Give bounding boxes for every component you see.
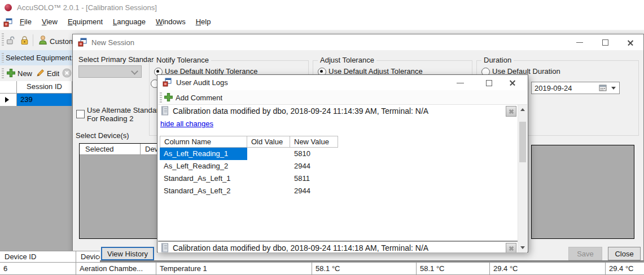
session-id-header[interactable]: Session ID [17, 81, 72, 94]
old-value-cell [247, 172, 290, 185]
audit-content: Calibration data modified by dbo, 2018-0… [158, 105, 518, 252]
column-name-cell: As_Left_Reading_2 [160, 160, 247, 172]
column-name-cell: As_Left_Reading_1 [160, 148, 247, 160]
new-value-cell: 5811 [290, 172, 338, 185]
main-menubar: File View Equipment Language Windows Hel… [0, 15, 644, 30]
edit-button[interactable]: Edit [47, 69, 59, 78]
lock-icon[interactable] [20, 36, 29, 47]
session-row-marker [0, 94, 17, 106]
session-grid-empty-area [0, 106, 72, 251]
scroll-down-icon[interactable] [520, 246, 525, 249]
selected-equipment-label: Selected Equipment: [6, 54, 73, 62]
add-comment-plus-icon [164, 92, 173, 104]
menu-file-key: F [20, 17, 24, 26]
session-row-id-cell[interactable]: 239 [17, 94, 72, 106]
session-grid: Session ID 239 [0, 81, 72, 106]
delete-x-icon [506, 107, 516, 116]
column-name-header[interactable]: Column Name [160, 136, 247, 148]
select-devices-label: Select Device(s) [76, 131, 129, 140]
menu-windows-rest: indows [163, 17, 185, 26]
session-grid-marker-header [0, 81, 17, 94]
calendar-icon [599, 84, 607, 94]
new-value-cell: 2944 [290, 185, 338, 197]
primary-standard-combobox[interactable] [78, 65, 142, 78]
date-picker-dropdown-icon[interactable] [611, 87, 616, 90]
new-value-cell: 5810 [290, 148, 338, 160]
hide-all-changes-link[interactable]: hide all changes [160, 119, 213, 128]
user-audit-logs-dialog: User Audit Logs Add Comment Calibration … [157, 74, 528, 252]
menu-language[interactable]: Language [108, 17, 151, 26]
session-toolbar-grip [2, 68, 4, 78]
old-value-header[interactable]: Old Value [247, 136, 290, 148]
close-button[interactable] [509, 79, 516, 87]
new-value-header[interactable]: New Value [290, 136, 338, 148]
close-button[interactable] [627, 39, 634, 47]
new-value-cell: 2944 [290, 160, 338, 172]
audit-change-table: Column Name Old Value New Value As_Left_… [160, 136, 338, 197]
menu-view-rest: iew [46, 17, 58, 26]
minimize-button[interactable] [457, 83, 464, 83]
column-name-cell: Standard_As_Left_1 [160, 172, 247, 185]
reading4-cell: 29.4 °C [606, 263, 644, 274]
save-button[interactable]: Save [568, 247, 602, 260]
menu-equipment[interactable]: Equipment [63, 17, 108, 26]
chevron-down-icon [131, 68, 138, 75]
minimize-button[interactable] [576, 42, 583, 43]
device-name-header[interactable]: Device [76, 251, 100, 262]
view-history-button[interactable]: View History [101, 247, 154, 260]
menu-windows-key: W [156, 17, 163, 26]
duration-date-picker[interactable]: 2019-09-24 [531, 82, 620, 94]
edit-pencil-icon [36, 68, 45, 79]
scrollbar-thumb[interactable] [519, 122, 526, 162]
unlock-icon[interactable] [6, 36, 16, 47]
selected-column-header[interactable]: Selected [80, 144, 141, 155]
new-session-titlebar: New Session [73, 34, 643, 50]
customer-icon [38, 35, 48, 47]
menu-file-rest: ile [24, 17, 32, 26]
primary-standard-label: Select Primary Standard [78, 55, 158, 64]
table-row[interactable]: Standard_As_Left_2 2944 [160, 185, 338, 197]
device-name-cell: Aeration Chambe... [76, 263, 156, 274]
device-table-row[interactable]: 6 Aeration Chambe... Temperature 1 58.1 … [0, 262, 644, 275]
audit-title: User Audit Logs [176, 78, 228, 87]
audit-entry-text: Calibration data modified by dbo, 2018-0… [173, 243, 428, 252]
menu-items: File View Equipment Language Windows Hel… [15, 17, 216, 26]
adjust-tolerance-label: Adjust Tolerance [318, 56, 376, 64]
equipment-bar-grip [2, 53, 4, 63]
table-row[interactable]: As_Left_Reading_2 2944 [160, 160, 338, 172]
menu-help-rest: elp [201, 17, 211, 26]
menu-file[interactable]: File [15, 17, 37, 26]
new-session-title: New Session [91, 38, 134, 47]
menu-help[interactable]: Help [191, 17, 216, 26]
maximize-button[interactable] [486, 80, 492, 86]
app-logo-icon [5, 4, 12, 11]
row-marker-icon [5, 97, 9, 103]
date-picker-value: 2019-09-24 [535, 84, 572, 92]
delete-entry-button[interactable] [506, 106, 516, 117]
alternate-standard-checkbox[interactable] [76, 110, 85, 118]
menu-help-key: H [196, 17, 201, 26]
column-name-cell: Standard_As_Left_2 [160, 185, 247, 197]
old-value-cell [247, 185, 290, 197]
log-entry-icon [160, 243, 169, 252]
table-row[interactable]: As_Left_Reading_1 5810 [160, 148, 338, 160]
delete-entry-button[interactable] [506, 243, 516, 252]
menu-view[interactable]: View [37, 17, 63, 26]
delete-session-icon[interactable] [62, 68, 72, 79]
menu-equipment-rest: quipment [73, 17, 103, 26]
audit-entry-text: Calibration data modified by dbo, 2018-0… [173, 107, 428, 116]
device-id-header[interactable]: Device ID [0, 251, 76, 262]
audit-scrollbar[interactable] [518, 105, 527, 252]
add-comment-button[interactable]: Add Comment [176, 94, 222, 102]
maximize-button[interactable] [602, 39, 608, 46]
winforms-icon [3, 18, 12, 29]
results-panel [531, 145, 634, 239]
close-button[interactable]: Close [608, 247, 641, 260]
table-row[interactable]: Standard_As_Left_1 5811 [160, 172, 338, 185]
sensor-name-cell: Temperature 1 [156, 263, 312, 274]
reading3-cell: 29.4 °C [490, 263, 606, 274]
menu-windows[interactable]: Windows [151, 17, 191, 26]
scroll-up-icon[interactable] [520, 108, 525, 111]
device-table-header-clip: Device ID Device [0, 251, 100, 262]
new-button[interactable]: New [17, 69, 32, 78]
